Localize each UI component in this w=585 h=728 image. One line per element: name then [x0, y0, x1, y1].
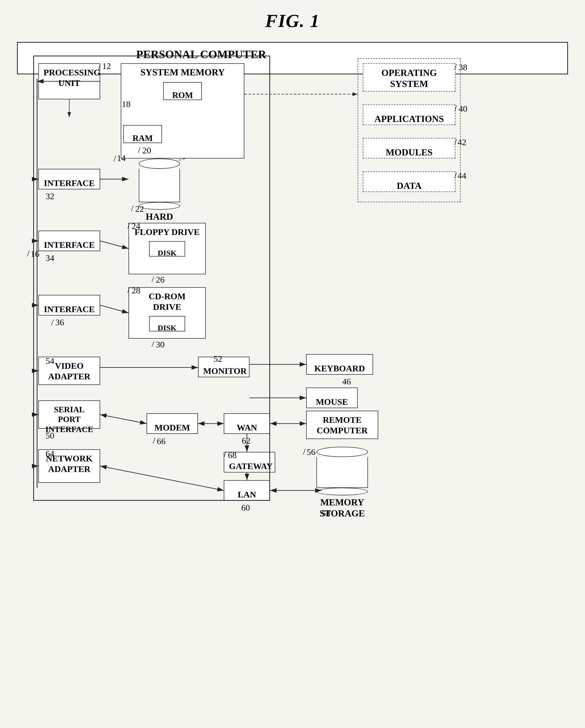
mouse-box: MOUSE [306, 388, 358, 408]
keyboard-box: KEYBOARD [306, 354, 373, 375]
num-56: 56 [307, 447, 315, 457]
num-46: 46 [342, 377, 351, 387]
mem-cylinder-bottom [316, 488, 368, 495]
mem-cylinder-top [316, 447, 368, 457]
cylinder-top [139, 158, 180, 169]
num-56-slash: / [303, 447, 305, 457]
software-stack-border [358, 58, 461, 202]
pc-border [33, 56, 270, 501]
page-title: FIG. 1 [265, 10, 320, 32]
memory-storage-area: MEMORY STORAGE [301, 447, 383, 519]
mem-cylinder-body [316, 457, 368, 488]
diagram-container: PERSONAL COMPUTER 10 PROCESSING UNIT 12 … [17, 42, 568, 74]
remote-computer-box: REMOTE COMPUTER [306, 411, 378, 439]
num-16-slash: / [27, 249, 29, 258]
memory-storage-label: MEMORY STORAGE [301, 497, 383, 519]
num-60: 60 [241, 503, 250, 513]
num-58: 58 [322, 509, 330, 518]
